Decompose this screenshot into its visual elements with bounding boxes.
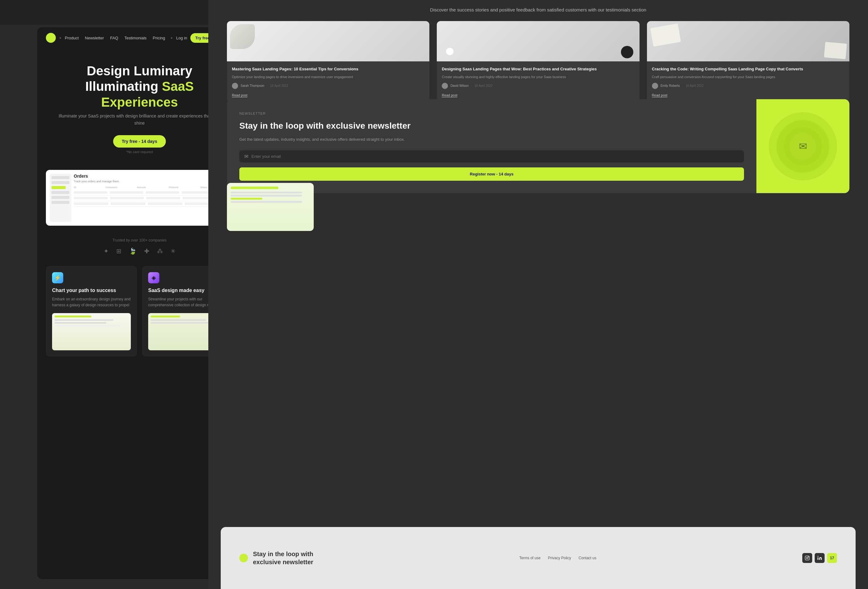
newsletter-title: Stay in the loop with exclusive newslett… [239,120,744,131]
nav-faq[interactable]: FAQ [110,35,118,40]
blog-date-val-1: 16 April 2022 [270,84,288,87]
blog-card-1: Mastering Saas Landing Pages: 10 Essenti… [227,21,430,103]
blog-read-1[interactable]: Read post [232,93,247,97]
blog-avatar-2 [442,83,448,89]
login-button[interactable]: Log in [176,35,187,40]
blog-card-desc-2: Create visually stunning and highly effe… [442,74,634,80]
blog-card-body-2: Designing Saas Landing Pages that Wow: B… [437,61,639,103]
blog-author-2: David Wilson [450,84,468,87]
cell [146,197,180,199]
footer-logo [239,554,248,562]
blog-section: Discover the success stories and positiv… [208,0,868,109]
nav-separator2 [171,37,172,39]
newsletter-main: Newsletter Stay in the loop with exclusi… [208,99,868,193]
nav-links: Product Newsletter FAQ Testimonials Pric… [65,35,167,40]
dashboard-preview: Orders Track your orders and manage them… [46,170,233,226]
sidebar-products [52,181,69,184]
footer-privacy[interactable]: Privacy Policy [548,556,571,560]
blog-read-2[interactable]: Read post [442,93,457,97]
footer-contact[interactable]: Contact us [579,556,596,560]
blog-date-val-2: 16 April 2022 [474,84,492,87]
blog-card-desc-3: Craft persuasive and conversion-focused … [652,74,844,80]
cell [111,202,145,205]
cell [110,197,144,199]
nav-testimonials[interactable]: Testimonials [124,35,147,40]
table-row: Done [74,201,229,207]
nav-pricing[interactable]: Pricing [153,35,165,40]
nav-product[interactable]: Product [65,35,79,40]
logo-4: ✚ [144,247,149,255]
nav-separator [59,37,61,39]
app-prev-row [231,195,302,196]
footer-terms[interactable]: Terms of use [519,556,541,560]
cell [74,202,108,205]
app-prev-row [231,201,302,203]
hero-title: Design Luminary Illuminating SaaS Experi… [56,63,223,110]
blog-intro-text: Discover the success stories and positiv… [227,6,849,14]
blog-card-2: Designing Saas Landing Pages that Wow: B… [437,21,639,103]
blog-card-img-2 [437,21,639,61]
mail-icon: ✉ [799,140,807,152]
decorative-sphere2 [446,48,453,55]
logo-2: ⊞ [116,247,121,255]
dashboard-title: Orders [74,174,229,179]
logo-6: ✳ [170,247,176,255]
blog-cards: Mastering Saas Landing Pages: 10 Essenti… [227,21,849,103]
footer-socials: 17 [802,553,837,563]
table-row: Reviews [74,196,229,201]
blog-card-img-1 [227,21,430,61]
blog-date-val-3: 16 April 2022 [686,84,704,87]
newsletter-desc: Get the latest updates, industry insight… [239,136,744,143]
register-button[interactable]: Register now - 14 days [239,167,744,181]
nav-newsletter[interactable]: Newsletter [85,35,104,40]
instagram-icon[interactable] [802,553,812,563]
card-icon-2: ◈ [148,272,159,283]
app-preview-inner [227,183,314,231]
app-prev-header [231,187,278,189]
logo-5: ⁂ [157,247,163,255]
footer-left: Stay in the loop withexclusive newslette… [239,550,313,566]
blog-author-3: Emily Roberts [661,84,680,87]
sidebar-orders [52,186,66,189]
try-free-button-hero[interactable]: Try free - 14 days [113,135,166,148]
email-icon: ✉ [244,154,248,159]
blog-date-1: · [267,84,268,87]
logo-1: ✦ [103,247,109,255]
table-header: ID Customers Amount Products Status [74,186,229,189]
footer-links: Terms of use Privacy Policy Contact us [519,556,596,560]
blog-intro: Discover the success stories and positiv… [227,6,849,14]
blog-card-title-1: Mastering Saas Landing Pages: 10 Essenti… [232,66,424,72]
blog-card-title-3: Cracking the Code: Writing Compelling Sa… [652,66,844,72]
sidebar-settings [52,201,69,204]
decorative-leaf [230,24,255,49]
nav-logo[interactable] [46,33,56,43]
table-row: Preparing [74,190,229,196]
blog-card-body-3: Cracking the Code: Writing Compelling Sa… [647,61,849,103]
svg-point-2 [808,557,809,557]
col-id: ID [74,186,103,189]
blog-avatar-1 [232,83,238,89]
linkedin-icon[interactable] [815,553,825,563]
blog-read-3[interactable]: Read post [652,93,667,97]
email-input[interactable] [251,154,739,159]
cell [148,202,182,205]
card-icon-1: ⚡ [52,272,63,283]
card-screenshot-1 [52,313,131,350]
other-social-icon[interactable]: 17 [827,553,837,563]
hero-note: *No card required [56,150,223,154]
blog-card-body-1: Mastering Saas Landing Pages: 10 Essenti… [227,61,430,103]
decorative-paper2 [824,42,847,59]
col-customers: Customers [105,186,134,189]
dashboard-main: Orders Track your orders and manage them… [74,174,229,222]
blog-card-meta-1: Sarah Thompson · 16 April 2022 [232,83,424,89]
cell [146,191,179,194]
sidebar-discounts [52,196,69,199]
decorative-paper [650,24,681,47]
col-products: Products [169,186,198,189]
sidebar-categories [52,176,69,179]
svg-rect-0 [805,556,809,560]
trusted-logos: ✦ ⊞ 🍃 ✚ ⁂ ✳ [46,247,233,255]
svg-point-4 [818,556,818,557]
blog-card-meta-2: David Wilson · 16 April 2022 [442,83,634,89]
svg-point-1 [806,557,808,559]
